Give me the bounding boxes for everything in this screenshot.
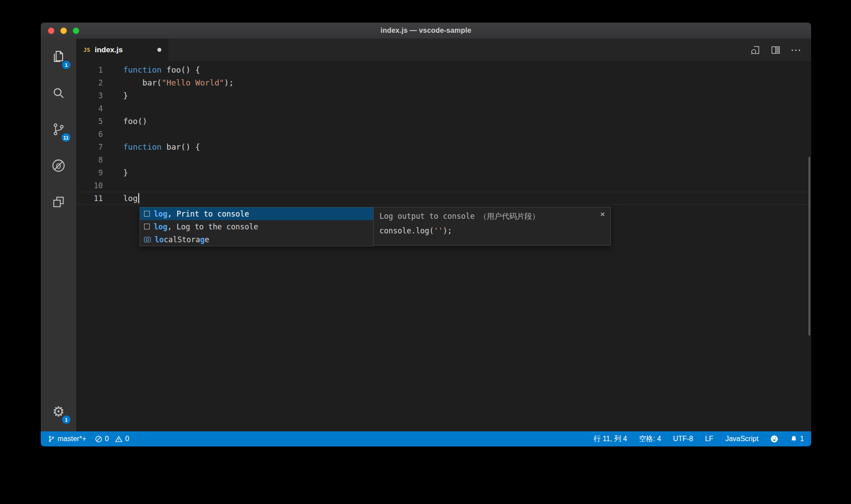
traffic-lights bbox=[48, 23, 79, 39]
tab-index-js[interactable]: JS index.js bbox=[76, 39, 168, 61]
editor-actions: ⋯ bbox=[747, 39, 811, 61]
line-number: 11 bbox=[76, 194, 114, 203]
sidebar-item-extensions[interactable] bbox=[41, 184, 76, 220]
extensions-icon bbox=[51, 195, 66, 209]
line-number: 10 bbox=[76, 181, 114, 190]
tab-label: index.js bbox=[95, 46, 123, 54]
code-line[interactable]: 1function foo() { bbox=[76, 63, 811, 76]
split-editor-icon[interactable] bbox=[768, 42, 784, 58]
line-number: 6 bbox=[76, 130, 114, 139]
minimize-window-button[interactable] bbox=[60, 27, 67, 34]
suggest-widget: log, Print to consolelog, Log to the con… bbox=[140, 207, 611, 246]
close-window-button[interactable] bbox=[48, 27, 55, 34]
modified-indicator-icon[interactable] bbox=[157, 48, 161, 52]
line-content: function bar() { bbox=[114, 142, 200, 151]
close-suggest-detail-button[interactable]: × bbox=[598, 208, 607, 220]
code-line[interactable]: 9} bbox=[76, 166, 811, 179]
explorer-badge: 1 bbox=[62, 61, 70, 69]
error-count: 0 bbox=[105, 435, 109, 443]
suggest-detail: × Log output to console （用户代码片段） console… bbox=[373, 207, 611, 245]
window-title: index.js — vscode-sample bbox=[381, 27, 472, 35]
search-icon bbox=[51, 86, 66, 100]
suggest-item[interactable]: log, Print to console bbox=[140, 207, 373, 220]
suggest-item-label: log, Print to console bbox=[154, 209, 249, 218]
code-line[interactable]: 5foo() bbox=[76, 115, 811, 128]
code-line[interactable]: 2 bar("Hello World"); bbox=[76, 76, 811, 89]
suggest-list: log, Print to consolelog, Log to the con… bbox=[140, 207, 374, 246]
zoom-window-button[interactable] bbox=[73, 27, 79, 34]
suggest-item-label: localStorage bbox=[155, 235, 209, 244]
encoding-status[interactable]: UTF-8 bbox=[673, 435, 693, 443]
notification-count: 1 bbox=[800, 435, 804, 443]
sidebar-item-explorer[interactable]: 1 bbox=[41, 39, 76, 75]
tab-bar: JS index.js bbox=[76, 39, 811, 61]
line-number: 1 bbox=[76, 66, 114, 74]
file-search-icon[interactable] bbox=[747, 42, 763, 58]
smiley-icon bbox=[770, 435, 778, 443]
code-line[interactable]: 8 bbox=[76, 153, 811, 166]
branch-label: master*+ bbox=[58, 435, 86, 443]
code-line[interactable]: 11log bbox=[76, 192, 811, 205]
eol-status[interactable]: LF bbox=[705, 435, 714, 443]
suggest-detail-code: console.log(''); bbox=[374, 221, 610, 235]
suggest-item[interactable]: localStorage bbox=[140, 233, 373, 246]
line-content: function foo() { bbox=[114, 65, 200, 74]
branch-icon bbox=[48, 435, 55, 443]
vscode-window: index.js — vscode-sample 1 bbox=[41, 23, 811, 446]
line-content: foo() bbox=[114, 116, 147, 126]
code-line[interactable]: 4 bbox=[76, 102, 811, 115]
status-bar: master*+ 0 0 bbox=[41, 431, 811, 446]
line-content: bar("Hello World"); bbox=[114, 78, 234, 87]
line-number: 5 bbox=[76, 117, 114, 126]
suggest-item[interactable]: log, Log to the console bbox=[140, 220, 373, 233]
notifications-button[interactable]: 1 bbox=[790, 435, 804, 443]
line-number: 9 bbox=[76, 168, 114, 177]
feedback-button[interactable] bbox=[770, 435, 778, 443]
text-cursor-icon bbox=[138, 193, 139, 203]
language-mode-status[interactable]: JavaScript bbox=[725, 435, 758, 443]
source-control-badge: 11 bbox=[62, 133, 70, 142]
sidebar-item-source-control[interactable]: 11 bbox=[41, 111, 76, 147]
problems-status[interactable]: 0 0 bbox=[95, 435, 129, 443]
suggest-item-label: log, Log to the console bbox=[154, 222, 258, 231]
line-number: 3 bbox=[76, 91, 114, 100]
code-line[interactable]: 10 bbox=[76, 179, 811, 192]
sidebar-item-search[interactable] bbox=[41, 75, 76, 111]
snippet-icon bbox=[144, 224, 150, 229]
snippet-icon bbox=[144, 211, 150, 217]
activity-bar: 1 bbox=[41, 39, 76, 431]
code-line[interactable]: 3} bbox=[76, 89, 811, 102]
line-number: 4 bbox=[76, 104, 114, 113]
suggest-detail-doc: Log output to console （用户代码片段） bbox=[374, 207, 610, 221]
settings-badge: 1 bbox=[62, 415, 70, 424]
settings-button[interactable]: ⚙ 1 bbox=[41, 393, 76, 430]
titlebar[interactable]: index.js — vscode-sample bbox=[41, 23, 811, 39]
error-icon bbox=[95, 435, 102, 443]
editor-lines: 1function foo() {2 bar("Hello World");3}… bbox=[76, 63, 811, 205]
warning-icon bbox=[115, 435, 123, 443]
code-line[interactable]: 7function bar() { bbox=[76, 140, 811, 153]
bell-icon bbox=[790, 435, 797, 443]
code-editor[interactable]: 1function foo() {2 bar("Hello World");3}… bbox=[76, 61, 811, 431]
cursor-position-status[interactable]: 行 11, 列 4 bbox=[593, 434, 627, 444]
desktop-background: index.js — vscode-sample 1 bbox=[0, 0, 851, 504]
debug-disabled-icon bbox=[51, 158, 66, 173]
line-number: 2 bbox=[76, 78, 114, 87]
property-icon bbox=[144, 237, 151, 242]
line-content: } bbox=[114, 91, 128, 100]
gear-icon: ⚙ bbox=[52, 405, 65, 419]
warning-count: 0 bbox=[125, 435, 129, 443]
javascript-file-icon: JS bbox=[83, 47, 90, 53]
indentation-status[interactable]: 空格: 4 bbox=[639, 434, 661, 444]
git-branch-status[interactable]: master*+ bbox=[48, 435, 86, 443]
line-number: 8 bbox=[76, 155, 114, 164]
line-content: log bbox=[114, 193, 139, 203]
editor-scrollbar[interactable] bbox=[808, 157, 810, 336]
line-content: } bbox=[114, 168, 128, 177]
sidebar-item-debug[interactable] bbox=[41, 147, 76, 184]
code-line[interactable]: 6 bbox=[76, 128, 811, 140]
more-actions-icon[interactable]: ⋯ bbox=[788, 42, 804, 58]
line-number: 7 bbox=[76, 143, 114, 151]
